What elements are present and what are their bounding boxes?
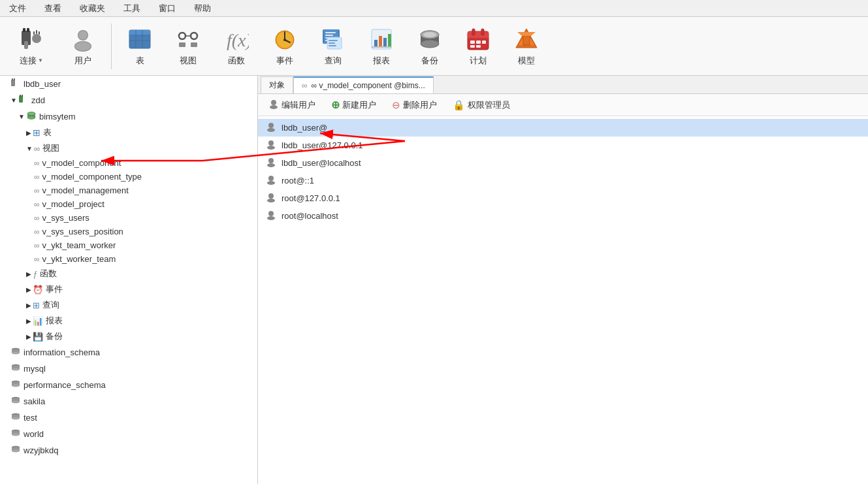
menu-window[interactable]: 窗口 [155,1,180,16]
sidebar-label-events: 事件 [46,283,63,295]
query-label: 查询 [325,55,342,67]
toolbar: 连接 ▼ 用户 [0,17,868,76]
sidebar-item-v_model_project[interactable]: ∞ v_model_project [0,197,257,211]
toolbar-schedule[interactable]: 计划 [455,21,501,72]
sidebar-item-reports[interactable]: ▶ 📊 报表 [0,313,257,329]
view-item-icon-5: ∞ [34,214,40,223]
db-icon-performance [10,379,21,391]
lock-icon: 🔒 [453,99,465,111]
permission-manager-button[interactable]: 🔒 权限管理员 [447,98,515,112]
toolbar-backup[interactable]: 备份 [407,21,453,72]
delete-user-label: 删除用户 [403,99,437,111]
user-row-3[interactable]: root@::1 [258,172,868,189]
user-icon-3 [266,174,276,187]
sidebar-item-views[interactable]: ▼ ∞ 视图 [0,140,257,156]
sidebar-item-v_model_management[interactable]: ∞ v_model_management [0,184,257,197]
svg-rect-66 [14,78,15,80]
menu-file[interactable]: 文件 [5,1,30,16]
action-bar: 编辑用户 ⊕ 新建用户 ⊖ 删除用户 🔒 权限管理员 [258,94,868,116]
user-name-4: root@127.0.0.1 [281,193,340,203]
event-label: 事件 [276,55,293,67]
tab-object[interactable]: 对象 [261,76,293,93]
toolbar-table[interactable]: 表 [117,21,163,72]
toolbar-model[interactable]: 模型 [504,21,549,72]
sidebar-item-wzyjbkdq[interactable]: wzyjbkdq [0,442,257,459]
sidebar-label-tables: 表 [43,127,52,138]
menu-view[interactable]: 查看 [40,1,65,16]
sidebar-item-v_ykt_team_worker[interactable]: ∞ v_ykt_team_worker [0,238,257,252]
sidebar-label-backups: 备份 [46,331,63,342]
sidebar-label-v_model_component_type: v_model_component_type [42,172,142,182]
sidebar-item-lbdb_user[interactable]: lbdb_user [0,76,257,92]
sidebar-item-queries[interactable]: ▶ ⊞ 查询 [0,297,257,313]
backup-label: 备份 [421,55,438,67]
tab-v_model_component[interactable]: ∞ ∞ v_model_component @bims... [293,76,434,93]
toolbar-event[interactable]: 事件 [262,21,308,72]
svg-text:f(x): f(x) [227,30,249,50]
tab-v_model_component-label: ∞ v_model_component @bims... [312,81,425,90]
schedule-label: 计划 [470,55,487,67]
connect-dropdown-arrow: ▼ [38,57,43,63]
sidebar-item-performance_schema[interactable]: performance_schema [0,377,257,393]
sidebar-item-zdd[interactable]: ▼ zdd [0,92,257,108]
svg-rect-20 [179,42,185,47]
user-row-2[interactable]: lbdb_user@localhost [258,154,868,172]
menu-help[interactable]: 帮助 [190,1,215,16]
sidebar-label-v_ykt_team_worker: v_ykt_team_worker [42,240,116,250]
zdd-expand-arrow: ▼ [10,97,17,104]
user-row-1[interactable]: lbdb_user@127.0.0.1 [258,137,868,154]
user-row-0[interactable]: lbdb_user@ [258,119,868,137]
sidebar-item-v_model_component[interactable]: ∞ v_model_component [0,156,257,170]
view-item-icon: ∞ [34,159,40,168]
sidebar-item-information_schema[interactable]: information_schema [0,344,257,361]
new-user-icon: ⊕ [331,100,340,110]
sidebar-label-wzyjbkdq: wzyjbkdq [24,445,58,455]
svg-point-10 [78,31,88,40]
svg-point-98 [268,123,274,128]
sidebar-item-v_sys_users_position[interactable]: ∞ v_sys_users_position [0,225,257,238]
new-user-button[interactable]: ⊕ 新建用户 [326,98,381,112]
svg-point-91 [12,433,20,436]
func-folder-icon: ƒ [33,269,37,279]
report-folder-icon: 📊 [33,316,43,326]
menu-favorites[interactable]: 收藏夹 [76,1,109,16]
sidebar-item-v_sys_users[interactable]: ∞ v_sys_users [0,211,257,225]
sidebar-item-tables[interactable]: ▶ ⊞ 表 [0,125,257,140]
user-icon-5 [266,210,276,222]
sidebar-item-test[interactable]: test [0,410,257,426]
svg-rect-62 [523,36,530,45]
svg-point-73 [27,112,35,116]
toolbar-user[interactable]: 用户 [60,21,106,72]
svg-point-100 [268,140,274,146]
toolbar-function[interactable]: f(x) 函数 [214,21,259,72]
svg-rect-31 [325,32,336,33]
sidebar-item-bimsytem[interactable]: ▼ bimsytem [0,108,257,125]
toolbar-report[interactable]: 报表 [359,21,404,72]
db-icon-wzyjbkdq [10,444,21,457]
toolbar-query[interactable]: 查询 [310,21,356,72]
menu-tools[interactable]: 工具 [120,1,144,16]
user-row-4[interactable]: root@127.0.0.1 [258,189,868,207]
sidebar-item-functions[interactable]: ▶ ƒ 函数 [0,266,257,282]
sidebar-item-v_ykt_worker_team[interactable]: ∞ v_ykt_worker_team [0,252,257,266]
svg-rect-57 [482,40,486,44]
sidebar-item-backups[interactable]: ▶ 💾 备份 [0,329,257,344]
svg-point-107 [267,199,275,202]
reports-expand-arrow: ▶ [26,317,31,325]
sidebar-label-information_schema: information_schema [24,347,100,357]
toolbar-view[interactable]: 视图 [165,21,211,72]
sidebar-item-v_model_component_type[interactable]: ∞ v_model_component_type [0,170,257,184]
svg-point-85 [12,400,20,403]
sidebar-item-sakila[interactable]: sakila [0,393,257,410]
sidebar-item-world[interactable]: world [0,426,257,442]
toolbar-connect[interactable]: 连接 ▼ [5,21,57,72]
user-icon-0 [266,121,276,134]
edit-user-button[interactable]: 编辑用户 [263,97,321,112]
sidebar-item-events[interactable]: ▶ ⏰ 事件 [0,282,257,297]
sidebar-label-mysql: mysql [24,364,46,374]
user-row-5[interactable]: root@localhost [258,207,868,225]
permission-manager-label: 权限管理员 [468,99,510,111]
delete-user-button[interactable]: ⊖ 删除用户 [387,98,442,112]
sidebar-item-mysql[interactable]: mysql [0,361,257,377]
svg-rect-40 [374,40,378,46]
